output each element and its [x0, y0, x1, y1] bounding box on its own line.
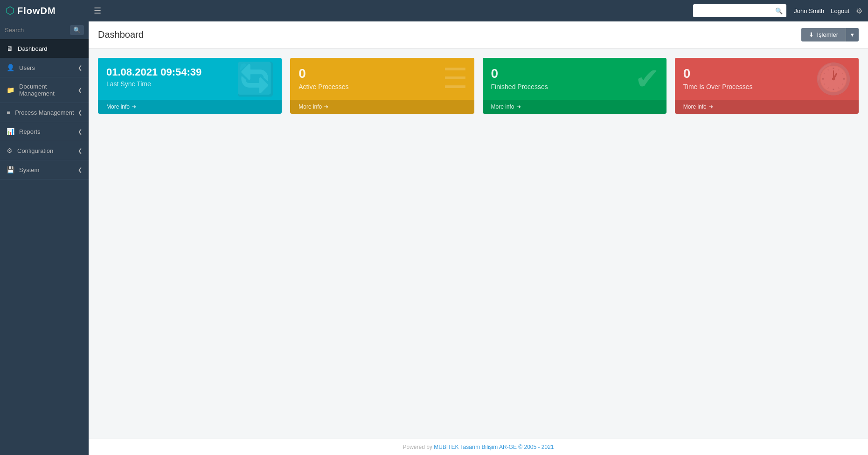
topnav-search-input[interactable] [693, 4, 786, 17]
chevron-right-icon-5: ❮ [78, 148, 82, 154]
config-icon: ⚙ [7, 147, 13, 154]
content-area: Dashboard ⬇ İşlemler ▾ 01.08.2021 09:54:… [89, 21, 868, 455]
gear-icon[interactable]: ⚙ [856, 7, 862, 15]
content-body: 01.08.2021 09:54:39 Last Sync Time 🔄 Mor… [89, 48, 868, 439]
refresh-icon: 🔄 [236, 63, 275, 95]
username-label: John Smith [794, 7, 824, 14]
more-info-finished-label: More info [491, 103, 514, 110]
finished-label: Finished Processes [491, 83, 658, 90]
sidebar-item-label-dashboard: Dashboard [18, 45, 48, 52]
users-icon: 👤 [7, 64, 14, 71]
arrow-right-icon-4: ➜ [708, 103, 713, 110]
sidebar-item-users[interactable]: 👤 Users ❮ [0, 58, 89, 77]
sidebar-item-label-procmgmt: Process Management [15, 109, 74, 116]
download-icon: ⬇ [809, 31, 814, 38]
more-info-active-label: More info [299, 103, 322, 110]
hamburger-icon[interactable]: ☰ [94, 6, 101, 16]
dashboard-icon: 🖥 [7, 45, 13, 52]
islemler-button-group: ⬇ İşlemler ▾ [801, 28, 859, 41]
sidebar: 🔍 🖥 Dashboard 👤 Users ❮ 📁 Document Manag… [0, 21, 89, 455]
sidebar-item-system[interactable]: 💾 System ❮ [0, 160, 89, 179]
footer-link[interactable]: MUBİTEK Tasarım Bilişim AR-GE © 2005 - 2… [434, 444, 554, 450]
islemler-dropdown-button[interactable]: ▾ [846, 28, 859, 41]
active-count: 0 [299, 66, 465, 81]
chevron-right-icon-6: ❮ [78, 167, 82, 173]
card-finished-body: 0 Finished Processes ✔ [483, 58, 667, 100]
logout-button[interactable]: Logout [831, 7, 849, 14]
sidebar-search-button[interactable]: 🔍 [70, 25, 84, 35]
checklist-icon: ☰ [443, 65, 468, 93]
document-icon: 📁 [7, 86, 14, 94]
topnav-search-wrap: 🔍 [693, 4, 786, 17]
footer-text: Powered by [403, 444, 434, 450]
page-footer: Powered by MUBİTEK Tasarım Bilişim AR-GE… [89, 439, 868, 455]
card-active-footer[interactable]: More info ➜ [290, 100, 474, 114]
active-label: Active Processes [299, 83, 465, 90]
sidebar-item-configuration[interactable]: ⚙ Configuration ❮ [0, 141, 89, 160]
topnav: ⬡ FlowDM ☰ 🔍 John Smith Logout ⚙ [0, 0, 868, 21]
sidebar-item-document-management[interactable]: 📁 Document Management ❮ [0, 77, 89, 103]
card-finished-processes[interactable]: 0 Finished Processes ✔ More info ➜ [483, 58, 667, 114]
checkmark-icon: ✔ [635, 64, 660, 94]
more-info-sync-label: More info [106, 103, 130, 110]
arrow-right-icon-2: ➜ [324, 103, 328, 110]
reports-icon: 📊 [7, 128, 14, 135]
clock-icon: 🕐 [815, 64, 852, 94]
chevron-right-icon: ❮ [78, 65, 82, 71]
sidebar-item-label-docmgmt: Document Management [19, 83, 78, 97]
card-sync-time-body: 01.08.2021 09:54:39 Last Sync Time 🔄 [98, 58, 282, 100]
card-timeover-body: 0 Time Is Over Processes 🕐 [675, 58, 859, 100]
process-icon: ≡ [7, 109, 10, 116]
main-layout: 🔍 🖥 Dashboard 👤 Users ❮ 📁 Document Manag… [0, 21, 868, 455]
sidebar-item-reports[interactable]: 📊 Reports ❮ [0, 122, 89, 141]
islemler-label: İşlemler [817, 31, 838, 38]
arrow-right-icon: ➜ [132, 103, 136, 110]
chevron-right-icon-2: ❮ [78, 87, 82, 93]
sidebar-item-label-config: Configuration [17, 147, 53, 154]
system-icon: 💾 [7, 166, 14, 173]
sidebar-search-wrap: 🔍 [0, 21, 89, 39]
page-title: Dashboard [98, 29, 144, 40]
logo-text: FlowDM [17, 6, 56, 16]
search-icon: 🔍 [775, 7, 783, 14]
card-sync-time[interactable]: 01.08.2021 09:54:39 Last Sync Time 🔄 Mor… [98, 58, 282, 114]
islemler-button[interactable]: ⬇ İşlemler [801, 28, 846, 41]
sidebar-item-label-users: Users [19, 64, 35, 71]
card-sync-time-footer[interactable]: More info ➜ [98, 100, 282, 114]
card-active-body: 0 Active Processes ☰ [290, 58, 474, 100]
sidebar-item-process-management[interactable]: ≡ Process Management ❮ [0, 103, 89, 122]
card-finished-footer[interactable]: More info ➜ [483, 100, 667, 114]
chevron-right-icon-4: ❮ [78, 129, 82, 135]
sidebar-item-dashboard[interactable]: 🖥 Dashboard [0, 39, 89, 58]
card-active-processes[interactable]: 0 Active Processes ☰ More info ➜ [290, 58, 474, 114]
more-info-timeover-label: More info [683, 103, 707, 110]
logo-icon: ⬡ [6, 5, 14, 17]
content-header: Dashboard ⬇ İşlemler ▾ [89, 21, 868, 48]
finished-count: 0 [491, 66, 658, 81]
chevron-right-icon-3: ❮ [78, 110, 82, 116]
card-timeover-footer[interactable]: More info ➜ [675, 100, 859, 114]
sidebar-search-input[interactable] [5, 27, 70, 34]
cards-row: 01.08.2021 09:54:39 Last Sync Time 🔄 Mor… [98, 58, 859, 114]
logo: ⬡ FlowDM [6, 5, 92, 17]
card-timeover-processes[interactable]: 0 Time Is Over Processes 🕐 More info ➜ [675, 58, 859, 114]
sidebar-item-label-system: System [19, 166, 39, 173]
sidebar-item-label-reports: Reports [19, 128, 41, 135]
arrow-right-icon-3: ➜ [516, 103, 521, 110]
